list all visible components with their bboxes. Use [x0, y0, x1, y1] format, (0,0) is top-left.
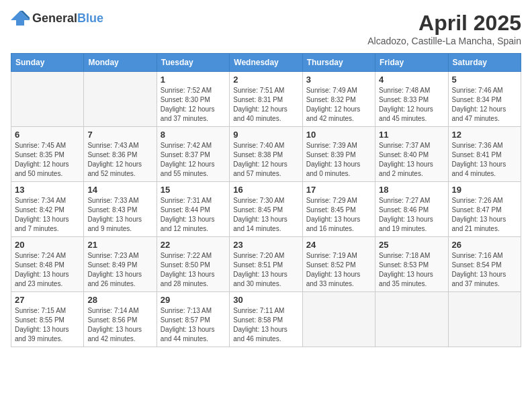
calendar-cell: 24Sunrise: 7:19 AM Sunset: 8:52 PM Dayli…: [302, 237, 375, 292]
calendar-header-monday: Monday: [84, 54, 157, 72]
calendar-cell: 14Sunrise: 7:33 AM Sunset: 8:43 PM Dayli…: [84, 182, 157, 237]
svg-marker-0: [11, 11, 30, 26]
calendar-cell: 2Sunrise: 7:51 AM Sunset: 8:31 PM Daylig…: [230, 72, 302, 127]
day-info: Sunrise: 7:30 AM Sunset: 8:45 PM Dayligh…: [233, 196, 298, 234]
day-info: Sunrise: 7:45 AM Sunset: 8:35 PM Dayligh…: [15, 141, 80, 179]
day-info: Sunrise: 7:15 AM Sunset: 8:55 PM Dayligh…: [15, 306, 80, 344]
day-info: Sunrise: 7:22 AM Sunset: 8:50 PM Dayligh…: [161, 251, 226, 289]
calendar-header-friday: Friday: [375, 54, 448, 72]
day-info: Sunrise: 7:18 AM Sunset: 8:53 PM Dayligh…: [379, 251, 444, 289]
day-info: Sunrise: 7:14 AM Sunset: 8:56 PM Dayligh…: [87, 306, 152, 344]
day-info: Sunrise: 7:27 AM Sunset: 8:46 PM Dayligh…: [379, 196, 444, 234]
day-number: 30: [233, 295, 298, 305]
day-info: Sunrise: 7:23 AM Sunset: 8:49 PM Dayligh…: [87, 251, 152, 289]
calendar-week-row: 27Sunrise: 7:15 AM Sunset: 8:55 PM Dayli…: [11, 292, 521, 347]
calendar-week-row: 13Sunrise: 7:34 AM Sunset: 8:42 PM Dayli…: [11, 182, 521, 237]
day-info: Sunrise: 7:20 AM Sunset: 8:51 PM Dayligh…: [233, 251, 298, 289]
calendar-cell: 25Sunrise: 7:18 AM Sunset: 8:53 PM Dayli…: [375, 237, 448, 292]
calendar-header-thursday: Thursday: [302, 54, 375, 72]
day-number: 14: [87, 185, 152, 195]
day-number: 26: [452, 240, 517, 250]
day-info: Sunrise: 7:34 AM Sunset: 8:42 PM Dayligh…: [15, 196, 80, 234]
day-info: Sunrise: 7:24 AM Sunset: 8:48 PM Dayligh…: [15, 251, 80, 289]
calendar-table: SundayMondayTuesdayWednesdayThursdayFrid…: [11, 53, 521, 347]
month-title: April 2025: [367, 11, 521, 36]
location-title: Alcadozo, Castille-La Mancha, Spain: [367, 36, 521, 46]
page-header: GeneralBlue April 2025 Alcadozo, Castill…: [11, 11, 521, 46]
day-info: Sunrise: 7:49 AM Sunset: 8:32 PM Dayligh…: [306, 86, 371, 124]
day-number: 21: [87, 240, 152, 250]
day-info: Sunrise: 7:31 AM Sunset: 8:44 PM Dayligh…: [161, 196, 226, 234]
day-number: 15: [161, 185, 226, 195]
calendar-week-row: 20Sunrise: 7:24 AM Sunset: 8:48 PM Dayli…: [11, 237, 521, 292]
calendar-cell: 5Sunrise: 7:46 AM Sunset: 8:34 PM Daylig…: [448, 72, 521, 127]
day-number: 6: [15, 130, 80, 140]
day-info: Sunrise: 7:36 AM Sunset: 8:41 PM Dayligh…: [452, 141, 517, 179]
day-info: Sunrise: 7:40 AM Sunset: 8:38 PM Dayligh…: [233, 141, 298, 179]
calendar-cell: 4Sunrise: 7:48 AM Sunset: 8:33 PM Daylig…: [375, 72, 448, 127]
calendar-cell: 28Sunrise: 7:14 AM Sunset: 8:56 PM Dayli…: [84, 292, 157, 347]
day-info: Sunrise: 7:39 AM Sunset: 8:39 PM Dayligh…: [306, 141, 371, 179]
calendar-cell: 16Sunrise: 7:30 AM Sunset: 8:45 PM Dayli…: [230, 182, 302, 237]
day-number: 24: [306, 240, 371, 250]
calendar-cell: 20Sunrise: 7:24 AM Sunset: 8:48 PM Dayli…: [11, 237, 84, 292]
day-number: 19: [452, 185, 517, 195]
calendar-header-wednesday: Wednesday: [230, 54, 302, 72]
day-info: Sunrise: 7:48 AM Sunset: 8:33 PM Dayligh…: [379, 86, 444, 124]
day-info: Sunrise: 7:29 AM Sunset: 8:45 PM Dayligh…: [306, 196, 371, 234]
day-number: 12: [452, 130, 517, 140]
calendar-cell: 30Sunrise: 7:11 AM Sunset: 8:58 PM Dayli…: [230, 292, 302, 347]
calendar-header-row: SundayMondayTuesdayWednesdayThursdayFrid…: [11, 54, 521, 72]
day-info: Sunrise: 7:46 AM Sunset: 8:34 PM Dayligh…: [452, 86, 517, 124]
calendar-week-row: 1Sunrise: 7:52 AM Sunset: 8:30 PM Daylig…: [11, 72, 521, 127]
calendar-cell: [302, 292, 375, 347]
day-info: Sunrise: 7:19 AM Sunset: 8:52 PM Dayligh…: [306, 251, 371, 289]
calendar-cell: 12Sunrise: 7:36 AM Sunset: 8:41 PM Dayli…: [448, 127, 521, 182]
calendar-cell: 23Sunrise: 7:20 AM Sunset: 8:51 PM Dayli…: [230, 237, 302, 292]
calendar-cell: 1Sunrise: 7:52 AM Sunset: 8:30 PM Daylig…: [157, 72, 229, 127]
calendar-cell: 22Sunrise: 7:22 AM Sunset: 8:50 PM Dayli…: [157, 237, 229, 292]
day-number: 4: [379, 75, 444, 85]
calendar-cell: 27Sunrise: 7:15 AM Sunset: 8:55 PM Dayli…: [11, 292, 84, 347]
title-block: April 2025 Alcadozo, Castille-La Mancha,…: [367, 11, 521, 46]
calendar-cell: [11, 72, 84, 127]
calendar-cell: 6Sunrise: 7:45 AM Sunset: 8:35 PM Daylig…: [11, 127, 84, 182]
logo: GeneralBlue: [11, 11, 103, 26]
day-number: 13: [15, 185, 80, 195]
calendar-header-saturday: Saturday: [448, 54, 521, 72]
calendar-cell: 17Sunrise: 7:29 AM Sunset: 8:45 PM Dayli…: [302, 182, 375, 237]
calendar-cell: 8Sunrise: 7:42 AM Sunset: 8:37 PM Daylig…: [157, 127, 229, 182]
day-number: 29: [161, 295, 226, 305]
day-info: Sunrise: 7:52 AM Sunset: 8:30 PM Dayligh…: [161, 86, 226, 124]
day-number: 23: [233, 240, 298, 250]
day-info: Sunrise: 7:43 AM Sunset: 8:36 PM Dayligh…: [87, 141, 152, 179]
day-info: Sunrise: 7:26 AM Sunset: 8:47 PM Dayligh…: [452, 196, 517, 234]
calendar-header-sunday: Sunday: [11, 54, 84, 72]
calendar-cell: 10Sunrise: 7:39 AM Sunset: 8:39 PM Dayli…: [302, 127, 375, 182]
day-number: 20: [15, 240, 80, 250]
calendar-cell: [84, 72, 157, 127]
day-info: Sunrise: 7:42 AM Sunset: 8:37 PM Dayligh…: [161, 141, 226, 179]
logo-text: GeneralBlue: [32, 11, 103, 26]
day-info: Sunrise: 7:16 AM Sunset: 8:54 PM Dayligh…: [452, 251, 517, 289]
day-number: 17: [306, 185, 371, 195]
day-info: Sunrise: 7:13 AM Sunset: 8:57 PM Dayligh…: [161, 306, 226, 344]
day-number: 28: [87, 295, 152, 305]
day-number: 22: [161, 240, 226, 250]
day-number: 18: [379, 185, 444, 195]
day-number: 25: [379, 240, 444, 250]
calendar-cell: [448, 292, 521, 347]
day-info: Sunrise: 7:37 AM Sunset: 8:40 PM Dayligh…: [379, 141, 444, 179]
calendar-cell: 18Sunrise: 7:27 AM Sunset: 8:46 PM Dayli…: [375, 182, 448, 237]
calendar-cell: 29Sunrise: 7:13 AM Sunset: 8:57 PM Dayli…: [157, 292, 229, 347]
day-number: 11: [379, 130, 444, 140]
calendar-cell: 19Sunrise: 7:26 AM Sunset: 8:47 PM Dayli…: [448, 182, 521, 237]
logo-icon: [11, 11, 30, 26]
day-number: 2: [233, 75, 298, 85]
calendar-header-tuesday: Tuesday: [157, 54, 229, 72]
day-info: Sunrise: 7:11 AM Sunset: 8:58 PM Dayligh…: [233, 306, 298, 344]
calendar-cell: [375, 292, 448, 347]
day-number: 10: [306, 130, 371, 140]
day-info: Sunrise: 7:51 AM Sunset: 8:31 PM Dayligh…: [233, 86, 298, 124]
day-number: 7: [87, 130, 152, 140]
